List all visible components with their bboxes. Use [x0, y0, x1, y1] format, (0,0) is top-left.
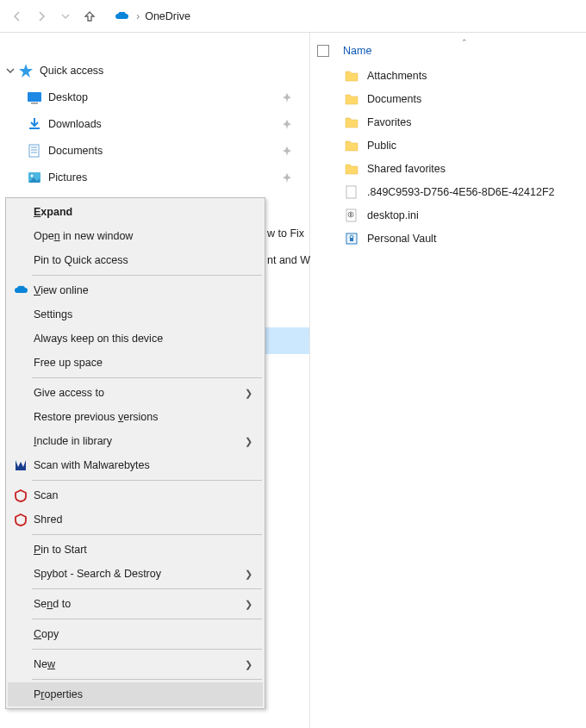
menu-label: Give access to [34, 387, 104, 399]
menu-label: View online [34, 284, 89, 296]
quick-access-icon [17, 62, 34, 79]
menu-item[interactable]: Pin to Start [8, 538, 263, 562]
menu-label: Pin to Start [34, 544, 87, 556]
menu-label: Send to [34, 598, 71, 610]
menu-item[interactable]: Properties [8, 682, 263, 706]
breadcrumb[interactable]: › OneDrive [109, 5, 581, 28]
menu-label: Open in new window [34, 230, 133, 242]
tree-label: Desktop [48, 91, 277, 103]
menu-separator [32, 377, 262, 378]
menu-item[interactable]: Always keep on this device [8, 327, 263, 351]
tree-label-fragment: w to Fix [267, 221, 304, 247]
select-all-checkbox[interactable] [317, 45, 329, 57]
tree-item-documents[interactable]: Documents [0, 137, 309, 164]
menu-label: Pin to Quick access [34, 254, 128, 266]
menu-item[interactable]: Pin to Quick access [8, 248, 263, 272]
breadcrumb-location[interactable]: OneDrive [145, 10, 190, 22]
menu-item[interactable]: Copy [8, 622, 263, 646]
documents-icon [26, 142, 43, 159]
tree-label: Pictures [48, 171, 277, 184]
menu-separator [32, 679, 262, 680]
file-label: desktop.ini [367, 209, 419, 221]
submenu-arrow-icon: ❯ [245, 388, 252, 399]
tree-item-desktop[interactable]: Desktop [0, 84, 309, 110]
pin-icon [277, 92, 297, 103]
breadcrumb-separator: › [136, 10, 140, 22]
tree-quick-access[interactable]: Quick access [0, 57, 309, 84]
file-row[interactable]: Shared favorites [310, 157, 586, 180]
menu-item[interactable]: Shred [8, 507, 263, 532]
menu-item[interactable]: Scan [8, 483, 263, 507]
chevron-down-icon[interactable] [3, 57, 17, 84]
menu-item[interactable]: Open in new window [8, 224, 263, 248]
menu-item[interactable]: Give access to❯ [8, 381, 263, 405]
file-label: Shared favorites [367, 163, 446, 175]
menu-label: Shred [34, 513, 62, 526]
menu-separator [32, 534, 262, 535]
menu-item[interactable]: New❯ [8, 652, 263, 676]
file-row[interactable]: desktop.ini [310, 203, 586, 227]
recent-dropdown[interactable] [53, 4, 78, 28]
file-row[interactable]: .849C9593-D756-4E56-8D6E-42412F2 [310, 180, 586, 203]
pictures-icon [26, 169, 43, 186]
menu-item[interactable]: Spybot - Search & Destroy❯ [8, 562, 263, 586]
mcafee-icon [13, 488, 28, 503]
menu-label: Include in library [34, 435, 112, 447]
tree-label-fragment: nt and W [267, 247, 310, 274]
folder-icon [343, 137, 360, 154]
menu-label: Free up space [34, 357, 103, 369]
file-label: Attachments [367, 70, 427, 82]
file-row[interactable]: Favorites [310, 110, 586, 134]
file-label: Favorites [367, 116, 411, 128]
column-header-row: ⌃ Name [310, 38, 586, 64]
menu-item[interactable]: Send to❯ [8, 592, 263, 616]
up-button[interactable] [78, 4, 102, 28]
folder-icon [343, 160, 360, 177]
back-button[interactable] [5, 4, 29, 28]
menu-separator [32, 649, 262, 650]
file-icon [343, 184, 360, 201]
file-row[interactable]: Documents [310, 87, 586, 110]
svg-rect-14 [350, 238, 353, 241]
menu-label: Expand [34, 206, 72, 218]
file-row[interactable]: Public [310, 134, 586, 157]
svg-rect-12 [350, 213, 352, 216]
file-row[interactable]: Attachments [310, 64, 586, 87]
menu-separator [32, 275, 262, 276]
folder-icon [343, 114, 360, 131]
menu-item[interactable]: Restore previous versions [8, 405, 263, 429]
menu-label: Settings [34, 308, 72, 320]
svg-rect-0 [28, 92, 41, 102]
svg-rect-3 [29, 145, 39, 157]
tree-item-downloads[interactable]: Downloads [0, 110, 309, 137]
desktop-icon [26, 89, 43, 106]
menu-separator [32, 480, 262, 481]
menu-item[interactable]: Expand [8, 200, 263, 224]
tree-partial-row[interactable]: nt and W [265, 247, 309, 274]
tree-selected-row[interactable] [265, 327, 309, 354]
submenu-arrow-icon: ❯ [245, 659, 252, 670]
tree-partial-row[interactable]: w to Fix [265, 221, 309, 247]
menu-separator [32, 588, 262, 589]
file-label: Public [367, 140, 396, 152]
context-menu: ExpandOpen in new windowPin to Quick acc… [5, 197, 265, 709]
file-row[interactable]: Personal Vault [310, 227, 586, 250]
menu-item[interactable]: Scan with Malwarebytes [8, 453, 263, 477]
pin-icon [277, 146, 297, 156]
menu-item[interactable]: Settings [8, 302, 263, 327]
menu-label: Scan with Malwarebytes [34, 459, 150, 471]
forward-button[interactable] [29, 4, 53, 28]
tree-item-pictures[interactable]: Pictures [0, 164, 309, 190]
menu-item[interactable]: Free up space [8, 351, 263, 375]
ini-icon [343, 207, 360, 224]
file-label: .849C9593-D756-4E56-8D6E-42412F2 [367, 186, 555, 198]
onedrive-icon [114, 9, 129, 24]
menu-item[interactable]: View online [8, 278, 263, 302]
menu-item[interactable]: Include in library❯ [8, 429, 263, 453]
column-name[interactable]: ⌃ Name [343, 45, 586, 57]
pin-icon [277, 172, 297, 183]
menu-label: Spybot - Search & Destroy [34, 568, 161, 580]
tree-label: Quick access [40, 65, 309, 77]
submenu-arrow-icon: ❯ [245, 599, 252, 610]
sort-indicator-icon: ⌃ [461, 38, 468, 47]
